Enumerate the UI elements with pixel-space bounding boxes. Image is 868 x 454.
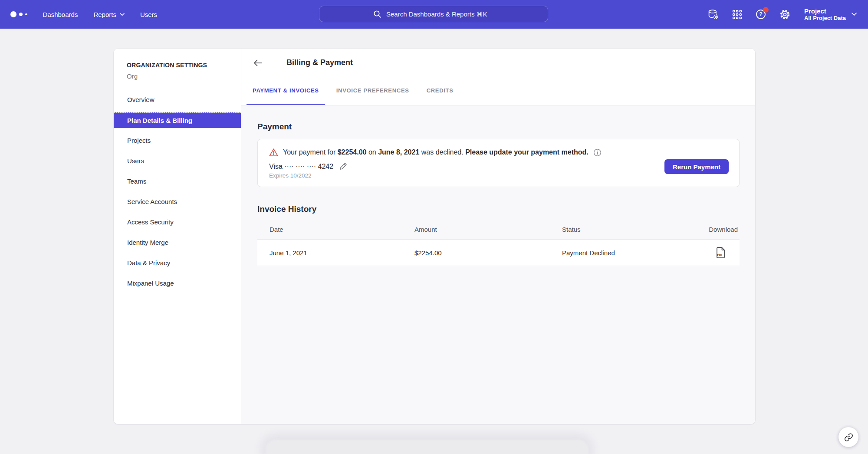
chevron-down-icon <box>852 13 857 16</box>
billing-content: Billing & Payment PAYMENT & INVOICES INV… <box>241 49 755 424</box>
search-icon <box>373 10 381 18</box>
org-settings-sidebar: ORGANIZATION SETTINGS Org Overview Plan … <box>114 49 241 424</box>
alert-part: on <box>366 148 378 156</box>
alert-part: was declined. <box>419 148 465 156</box>
top-navigation-bar: Dashboards Reports Users <box>0 0 868 29</box>
edit-pencil-icon[interactable] <box>339 162 347 171</box>
sidebar-item-teams[interactable]: Teams <box>114 171 241 191</box>
settings-gear-icon[interactable] <box>779 9 791 20</box>
billing-tabs: PAYMENT & INVOICES INVOICE PREFERENCES C… <box>241 77 755 105</box>
svg-text:PDF: PDF <box>717 253 723 257</box>
settings-panel: ORGANIZATION SETTINGS Org Overview Plan … <box>114 49 755 424</box>
sidebar-item-users[interactable]: Users <box>114 151 241 171</box>
invoice-history-heading: Invoice History <box>257 204 740 214</box>
nav-item-users[interactable]: Users <box>140 11 157 18</box>
card-on-file: Visa ···· ···· ···· 4242 <box>269 163 333 171</box>
payment-card: Your payment for $2254.00 on June 8, 202… <box>257 139 740 187</box>
project-selector-text: Project All Project Data <box>804 7 846 22</box>
sidebar-item-service-accounts[interactable]: Service Accounts <box>114 191 241 212</box>
link-icon <box>844 433 853 442</box>
data-management-icon[interactable] <box>707 9 719 20</box>
alert-text: Your payment for $2254.00 on June 8, 202… <box>283 148 589 156</box>
column-header-date: Date <box>257 226 402 233</box>
copy-link-button[interactable] <box>838 427 858 447</box>
sidebar-item-access-security[interactable]: Access Security <box>114 212 241 232</box>
invoice-table-header: Date Amount Status Download <box>257 219 740 239</box>
card-expiry: Expires 10/2022 <box>269 172 728 179</box>
sidebar-item-mixpanel-usage[interactable]: Mixpanel Usage <box>114 273 241 293</box>
invoice-table: Date Amount Status Download June 1, 2021… <box>257 219 740 266</box>
search-input[interactable] <box>385 10 494 18</box>
column-header-status: Status <box>550 226 688 233</box>
logo-dot-small <box>25 13 27 16</box>
column-header-amount: Amount <box>402 226 550 233</box>
alert-amount: $2254.00 <box>338 148 367 156</box>
pdf-file-icon[interactable]: PDF <box>716 247 726 259</box>
sidebar-item-overview[interactable]: Overview <box>114 89 241 110</box>
apps-grid-icon[interactable] <box>732 9 743 20</box>
nav-right-controls: ? Project All Project Data <box>707 0 857 29</box>
logo-dot-medium <box>19 13 23 16</box>
nav-item-dashboards[interactable]: Dashboards <box>43 11 78 18</box>
bottom-sheet-shadow <box>266 440 589 454</box>
nav-item-label: Users <box>140 11 157 18</box>
help-icon[interactable]: ? <box>755 9 766 20</box>
rerun-payment-button[interactable]: Rerun Payment <box>664 159 729 174</box>
sidebar-header: ORGANIZATION SETTINGS Org <box>114 49 241 80</box>
page-title: Billing & Payment <box>286 58 353 67</box>
column-header-download: Download <box>688 226 740 233</box>
back-button[interactable] <box>241 49 274 77</box>
sidebar-item-data-privacy[interactable]: Data & Privacy <box>114 253 241 273</box>
payment-section-heading: Payment <box>257 122 740 132</box>
payment-declined-alert: Your payment for $2254.00 on June 8, 202… <box>269 148 728 157</box>
project-selector-value: All Project Data <box>804 15 846 22</box>
content-header: Billing & Payment <box>241 49 755 77</box>
chevron-down-icon <box>120 13 125 16</box>
tab-payment-invoices[interactable]: PAYMENT & INVOICES <box>247 77 325 105</box>
organization-name: Org <box>127 72 241 80</box>
sidebar-item-plan-details-billing[interactable]: Plan Details & Billing <box>114 112 241 128</box>
alert-part: Your payment for <box>283 148 338 156</box>
global-search-bar[interactable] <box>319 6 548 22</box>
sidebar-item-identity-merge[interactable]: Identity Merge <box>114 232 241 253</box>
mixpanel-logo[interactable] <box>10 11 27 17</box>
project-selector-title: Project <box>804 7 846 15</box>
project-selector[interactable]: Project All Project Data <box>804 7 857 22</box>
invoice-status: Payment Declined <box>550 249 688 257</box>
logo-dot-large <box>10 11 16 17</box>
svg-text:?: ? <box>759 11 763 17</box>
notification-badge <box>763 7 769 13</box>
invoice-amount: $2254.00 <box>402 249 550 257</box>
nav-item-label: Dashboards <box>43 11 78 18</box>
warning-icon <box>269 148 278 157</box>
info-icon[interactable] <box>593 148 602 157</box>
tab-invoice-preferences[interactable]: INVOICE PREFERENCES <box>330 77 415 105</box>
sidebar-item-projects[interactable]: Projects <box>114 130 241 151</box>
invoice-download-cell: PDF <box>688 247 740 259</box>
tab-credits[interactable]: CREDITS <box>421 77 460 105</box>
nav-item-reports[interactable]: Reports <box>93 11 125 18</box>
sidebar-nav: Overview Plan Details & Billing Projects… <box>114 89 241 293</box>
card-on-file-row: Visa ···· ···· ···· 4242 <box>269 162 728 171</box>
invoice-row: June 1, 2021 $2254.00 Payment Declined P… <box>257 239 740 266</box>
nav-item-label: Reports <box>93 11 116 18</box>
payment-invoices-panel: Payment Your payment for $2254.00 on Jun… <box>241 105 755 424</box>
invoice-date: June 1, 2021 <box>257 249 402 257</box>
sidebar-heading: ORGANIZATION SETTINGS <box>127 62 241 69</box>
back-arrow-icon <box>253 58 263 68</box>
alert-date: June 8, 2021 <box>378 148 419 156</box>
alert-emphasis: Please update your payment method. <box>465 148 589 156</box>
